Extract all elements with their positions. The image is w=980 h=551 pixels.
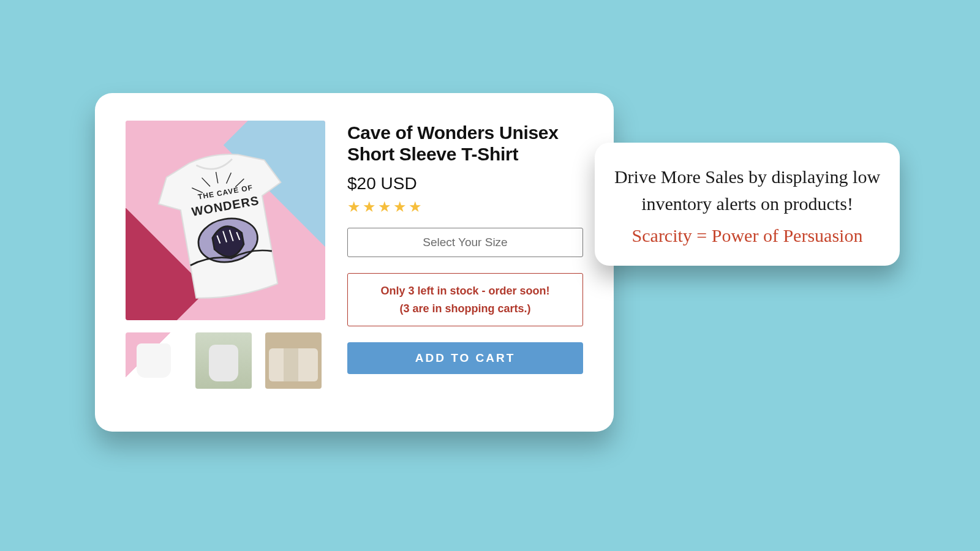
- add-to-cart-button[interactable]: ADD TO CART: [347, 342, 583, 374]
- product-thumbnail-2[interactable]: [195, 332, 252, 389]
- product-thumbnail-3[interactable]: [265, 332, 322, 389]
- size-select-button[interactable]: Select Your Size: [347, 228, 583, 257]
- product-main-image[interactable]: THE CAVE OF WONDERS: [126, 121, 325, 320]
- product-card: THE CAVE OF WONDERS Cave of Wonders Unis…: [95, 93, 614, 432]
- tshirt-graphic: [130, 130, 322, 320]
- product-details: Cave of Wonders Unisex Short Sleeve T-Sh…: [347, 121, 583, 404]
- product-title: Cave of Wonders Unisex Short Sleeve T-Sh…: [347, 122, 583, 165]
- stock-alert-line1: Only 3 left in stock - order soon!: [354, 282, 576, 300]
- product-thumbnail-1[interactable]: [126, 332, 182, 389]
- product-gallery: THE CAVE OF WONDERS: [126, 121, 325, 404]
- rating-stars: ★★★★★: [347, 198, 583, 216]
- callout-line2: Scarcity = Power of Persuasion: [613, 225, 881, 246]
- low-stock-alert: Only 3 left in stock - order soon! (3 ar…: [347, 273, 583, 327]
- callout-line1: Drive More Sales by displaying low inven…: [613, 163, 881, 217]
- stock-alert-line2: (3 are in shopping carts.): [354, 300, 576, 318]
- product-price: $20 USD: [347, 174, 583, 193]
- marketing-callout: Drive More Sales by displaying low inven…: [595, 143, 900, 266]
- product-thumbnails: [126, 332, 325, 389]
